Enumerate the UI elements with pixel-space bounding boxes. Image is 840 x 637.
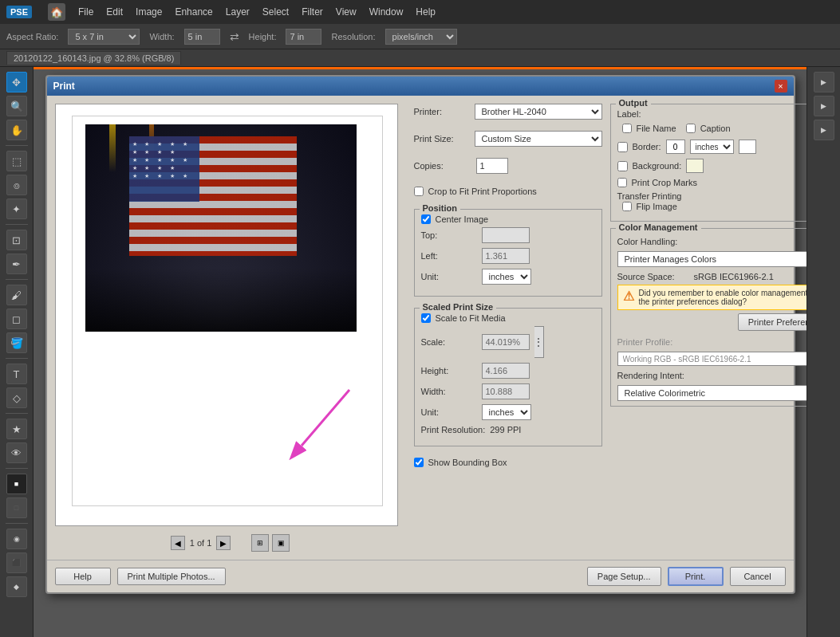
width-input[interactable]: [184, 29, 220, 45]
scaled-width-input[interactable]: [482, 383, 530, 399]
menu-filter[interactable]: Filter: [302, 6, 323, 18]
flip-image-label: Flip Image: [637, 202, 677, 211]
tool-eyedropper[interactable]: ✒: [6, 254, 27, 274]
tool-magic-wand[interactable]: ✦: [6, 199, 27, 219]
scaled-width-row: Width:: [421, 383, 595, 399]
top-input[interactable]: [482, 227, 530, 243]
copies-input[interactable]: [476, 158, 508, 174]
menu-select[interactable]: Select: [262, 6, 289, 18]
source-space-row: Source Space: sRGB IEC61966-2.1: [617, 272, 807, 281]
printer-profile-label: Printer Profile:: [617, 337, 689, 347]
right-panel-btn1[interactable]: ▶: [814, 72, 834, 92]
tool-brush[interactable]: 🖌: [6, 285, 27, 305]
menu-image[interactable]: Image: [136, 6, 162, 18]
dialog-title: Print: [53, 81, 75, 92]
scaled-height-input[interactable]: [482, 363, 530, 379]
top-label: Top:: [421, 230, 477, 240]
tool-extra2[interactable]: ⬛: [6, 552, 27, 573]
scaled-height-row: Height:: [421, 363, 595, 379]
print-size-select[interactable]: Custom Size: [475, 131, 602, 147]
help-button[interactable]: Help: [55, 568, 111, 585]
menu-layer[interactable]: Layer: [226, 6, 250, 18]
scale-link-icon[interactable]: ⋮: [534, 326, 544, 358]
tool-paint-bucket[interactable]: 🪣: [6, 332, 27, 353]
crop-marks-label: Print Crop Marks: [632, 178, 698, 187]
bounding-box-checkbox[interactable]: [414, 458, 424, 467]
border-checkbox[interactable]: [617, 142, 628, 152]
background-color-swatch[interactable]: [686, 159, 704, 173]
unit2-select[interactable]: inches: [482, 404, 531, 420]
caption-checkbox[interactable]: [686, 124, 696, 133]
menu-window[interactable]: Window: [369, 6, 404, 18]
fit-page-button[interactable]: ⊞: [251, 534, 269, 552]
next-page-button[interactable]: ▶: [216, 536, 231, 550]
scale-to-fit-row: Scale to Fit Media: [421, 313, 595, 323]
tool-extra3[interactable]: ◆: [6, 576, 27, 597]
crop-marks-checkbox[interactable]: [617, 178, 627, 187]
center-image-label: Center Image: [436, 214, 489, 224]
right-panel-btn2[interactable]: ▶: [814, 96, 834, 116]
flip-image-checkbox[interactable]: [622, 202, 632, 211]
document-tab[interactable]: 20120122_160143.jpg @ 32.8% (RGB/8): [6, 51, 181, 65]
border-unit-select[interactable]: inches: [690, 140, 734, 154]
prev-page-button[interactable]: ◀: [171, 536, 185, 550]
scale-to-fit-checkbox[interactable]: [421, 313, 431, 323]
aspect-ratio-select[interactable]: 5 x 7 in: [68, 29, 140, 45]
printer-preferences-button[interactable]: Printer Preferences: [738, 313, 806, 331]
resolution-select[interactable]: pixels/inch: [385, 29, 457, 45]
right-panel-btn3[interactable]: ▶: [814, 120, 834, 140]
tool-color-bg[interactable]: □: [6, 497, 27, 518]
color-handling-row: Color Handling:: [617, 237, 807, 246]
tool-separator-6: [6, 468, 28, 469]
crop-checkbox[interactable]: [414, 187, 424, 196]
tool-shape[interactable]: ◇: [6, 387, 27, 408]
toolbox: ✥ 🔍 ✋ ⬚ ⌾ ✦ ⊡ ✒ 🖌 ◻ 🪣 T ◇ ★ 👁 ■ □ ◉ ⬛ ◆: [0, 67, 34, 637]
dialog-footer: Help Print Multiple Photos... Page Setup…: [47, 560, 794, 592]
color-management-panel: Color Management Color Handling: Printer…: [610, 228, 807, 407]
dialog-body: ★ ★ ★ ★ ★★ ★ ★ ★★ ★ ★ ★ ★★ ★ ★ ★★ ★ ★ ★ …: [47, 96, 794, 560]
printer-select[interactable]: Brother HL-2040: [475, 104, 602, 120]
tool-eye[interactable]: 👁: [6, 442, 27, 463]
tool-marquee[interactable]: ⬚: [6, 151, 27, 171]
left-row: Left:: [421, 248, 595, 264]
rendering-intent-select[interactable]: Relative Colorimetric: [617, 385, 807, 401]
tool-hand[interactable]: ✋: [6, 120, 27, 140]
border-value-input[interactable]: [666, 140, 685, 154]
height-input[interactable]: [286, 29, 321, 45]
menu-help[interactable]: Help: [416, 6, 436, 18]
tool-zoom[interactable]: 🔍: [6, 96, 27, 116]
left-label: Left:: [421, 251, 477, 261]
transfer-heading: Transfer Printing: [617, 191, 682, 201]
tool-color-fg[interactable]: ■: [6, 474, 27, 494]
menu-view[interactable]: View: [336, 6, 357, 18]
label-heading: Label:: [617, 109, 641, 119]
home-icon[interactable]: 🏠: [48, 3, 65, 21]
print-button[interactable]: Print.: [668, 567, 724, 586]
printer-profile-select[interactable]: Working RGB - sRGB IEC61966-2.1: [617, 352, 807, 366]
tool-move[interactable]: ✥: [6, 72, 27, 92]
rendering-intent-label: Rendering Intent:: [617, 371, 689, 380]
dialog-close-button[interactable]: ×: [775, 80, 787, 92]
menu-edit[interactable]: Edit: [106, 6, 123, 18]
file-name-label: File Name: [637, 124, 676, 133]
tool-crop[interactable]: ⊡: [6, 230, 27, 250]
page-setup-button[interactable]: Page Setup...: [587, 567, 661, 586]
scale-input[interactable]: [482, 334, 530, 350]
menu-file[interactable]: File: [78, 6, 93, 18]
view-options-button[interactable]: ▣: [272, 534, 290, 552]
tool-text[interactable]: T: [6, 364, 27, 384]
tool-extra1[interactable]: ◉: [6, 529, 27, 549]
center-image-checkbox[interactable]: [421, 214, 431, 224]
background-checkbox[interactable]: [617, 161, 628, 171]
border-color-swatch[interactable]: [739, 140, 756, 154]
tool-eraser[interactable]: ◻: [6, 309, 27, 329]
unit-select[interactable]: inches: [482, 269, 531, 285]
tool-lasso[interactable]: ⌾: [6, 175, 27, 195]
left-input[interactable]: [482, 248, 530, 264]
color-handling-select[interactable]: Printer Manages Colors: [617, 251, 807, 267]
tool-star[interactable]: ★: [6, 419, 27, 439]
print-multiple-button[interactable]: Print Multiple Photos...: [117, 568, 226, 585]
cancel-button[interactable]: Cancel: [730, 567, 786, 586]
file-name-checkbox[interactable]: [622, 124, 632, 133]
menu-enhance[interactable]: Enhance: [175, 6, 212, 18]
